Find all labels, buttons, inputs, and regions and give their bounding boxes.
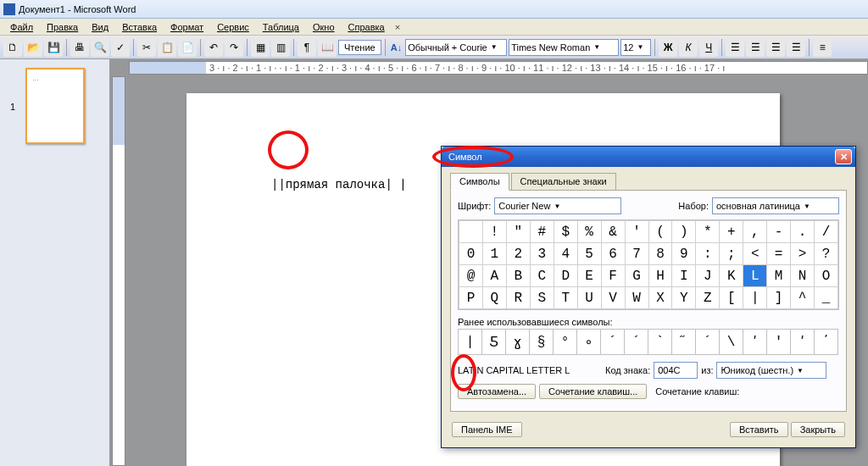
grid-cell[interactable]: Z — [696, 287, 720, 309]
recent-cell[interactable]: ʹ — [743, 330, 767, 355]
grid-cell[interactable]: X — [648, 287, 672, 309]
undo-icon[interactable]: ↶ — [204, 38, 223, 57]
grid-cell[interactable]: B — [506, 265, 530, 287]
grid-cell[interactable]: - — [767, 221, 791, 243]
grid-cell[interactable]: S — [530, 287, 554, 309]
menu-view[interactable]: Вид — [85, 20, 115, 34]
menu-close-doc[interactable]: × — [395, 22, 400, 32]
style-combo[interactable]: Обычный + Courie▼ — [405, 39, 507, 56]
grid-cell[interactable]: A — [482, 265, 506, 287]
redo-icon[interactable]: ↷ — [225, 38, 243, 57]
grid-cell[interactable]: # — [530, 221, 554, 243]
grid-cell[interactable]: N — [791, 265, 815, 287]
recent-cell[interactable]: § — [530, 330, 554, 355]
grid-cell[interactable]: U — [577, 287, 601, 309]
grid-cell[interactable]: " — [506, 221, 530, 243]
align-center-icon[interactable]: ☰ — [746, 38, 765, 57]
grid-cell[interactable] — [459, 221, 483, 243]
grid-cell[interactable]: 1 — [482, 243, 506, 265]
vertical-ruler[interactable] — [112, 76, 125, 466]
reading-button[interactable]: Чтение — [338, 40, 381, 55]
grid-cell[interactable]: Q — [482, 287, 506, 309]
bold-button[interactable]: Ж — [659, 38, 677, 57]
recent-symbols[interactable]: |Ƽɣ§°∘´´`˝´\ʹ′ʹ΄ — [458, 329, 838, 355]
recent-cell[interactable]: | — [459, 330, 482, 355]
grid-cell[interactable]: T — [554, 287, 577, 309]
grid-cell[interactable]: ; — [720, 243, 743, 265]
grid-cell[interactable]: L — [743, 265, 767, 287]
grid-cell[interactable]: 9 — [672, 243, 696, 265]
grid-cell[interactable]: > — [791, 243, 815, 265]
set-select[interactable]: основная латиница▼ — [712, 197, 839, 214]
code-input[interactable] — [654, 362, 698, 379]
spell-icon[interactable]: ✓ — [111, 38, 130, 57]
font-combo[interactable]: Times New Roman▼ — [509, 39, 619, 56]
menu-help[interactable]: Справка — [342, 20, 392, 34]
grid-cell[interactable]: ) — [672, 221, 696, 243]
grid-cell[interactable]: F — [601, 265, 625, 287]
grid-cell[interactable]: . — [791, 221, 815, 243]
line-spacing-icon[interactable]: ≡ — [813, 38, 832, 57]
grid-cell[interactable]: D — [554, 265, 577, 287]
grid-cell[interactable]: , — [743, 221, 767, 243]
grid-cell[interactable]: _ — [815, 287, 838, 309]
open-icon[interactable]: 📂 — [24, 38, 42, 57]
font-select[interactable]: Courier New▼ — [494, 197, 621, 214]
style-a-icon[interactable]: A↓ — [391, 42, 402, 53]
menu-format[interactable]: Формат — [164, 20, 210, 34]
recent-cell[interactable]: \ — [720, 330, 743, 355]
grid-cell[interactable]: : — [696, 243, 720, 265]
size-combo[interactable]: 12▼ — [620, 39, 651, 56]
recent-cell[interactable]: ʹ — [791, 330, 815, 355]
menu-table[interactable]: Таблица — [256, 20, 306, 34]
menu-window[interactable]: Окно — [306, 20, 342, 34]
print-icon[interactable]: 🖶 — [70, 38, 89, 57]
recent-cell[interactable]: ´ — [696, 330, 720, 355]
recent-cell[interactable]: ´ — [625, 330, 648, 355]
paste-icon[interactable]: 📄 — [178, 38, 197, 57]
italic-button[interactable]: К — [679, 38, 698, 57]
menu-insert[interactable]: Вставка — [115, 20, 164, 34]
tab-symbols[interactable]: Символы — [450, 173, 509, 191]
grid-cell[interactable]: + — [720, 221, 743, 243]
grid-cell[interactable]: R — [506, 287, 530, 309]
recent-cell[interactable]: ° — [554, 330, 577, 355]
grid-cell[interactable]: M — [767, 265, 791, 287]
grid-cell[interactable]: 0 — [459, 243, 483, 265]
columns-icon[interactable]: ▥ — [271, 38, 290, 57]
grid-cell[interactable]: I — [672, 265, 696, 287]
grid-cell[interactable]: H — [648, 265, 672, 287]
grid-cell[interactable]: % — [577, 221, 601, 243]
encoding-select[interactable]: Юникод (шестн.)▼ — [716, 362, 826, 379]
align-justify-icon[interactable]: ☰ — [787, 38, 805, 57]
grid-cell[interactable]: $ — [554, 221, 577, 243]
menu-edit[interactable]: Правка — [40, 20, 85, 34]
para-icon[interactable]: ¶ — [298, 38, 316, 57]
align-left-icon[interactable]: ☰ — [726, 38, 744, 57]
grid-cell[interactable]: | — [743, 287, 767, 309]
grid-cell[interactable]: 8 — [648, 243, 672, 265]
align-right-icon[interactable]: ☰ — [766, 38, 785, 57]
grid-cell[interactable]: V — [601, 287, 625, 309]
grid-cell[interactable]: 5 — [577, 243, 601, 265]
cut-icon[interactable]: ✂ — [137, 38, 156, 57]
grid-cell[interactable]: P — [459, 287, 483, 309]
close-icon[interactable]: ✕ — [835, 149, 852, 164]
grid-cell[interactable]: 7 — [625, 243, 648, 265]
copy-icon[interactable]: 📋 — [158, 38, 176, 57]
grid-cell[interactable]: ! — [482, 221, 506, 243]
grid-cell[interactable]: = — [767, 243, 791, 265]
grid-cell[interactable]: K — [720, 265, 743, 287]
recent-cell[interactable]: ∘ — [577, 330, 601, 355]
save-icon[interactable]: 💾 — [44, 38, 63, 57]
page-thumbnail[interactable]: … — [25, 68, 85, 144]
grid-cell[interactable]: W — [625, 287, 648, 309]
grid-cell[interactable]: Y — [672, 287, 696, 309]
recent-cell[interactable]: ´ — [601, 330, 625, 355]
grid-cell[interactable]: E — [577, 265, 601, 287]
grid-cell[interactable]: < — [743, 243, 767, 265]
grid-cell[interactable]: ^ — [791, 287, 815, 309]
autocorrect-button[interactable]: Автозамена... — [458, 384, 536, 399]
table-icon[interactable]: ▦ — [251, 38, 270, 57]
menu-tools[interactable]: Сервис — [210, 20, 256, 34]
